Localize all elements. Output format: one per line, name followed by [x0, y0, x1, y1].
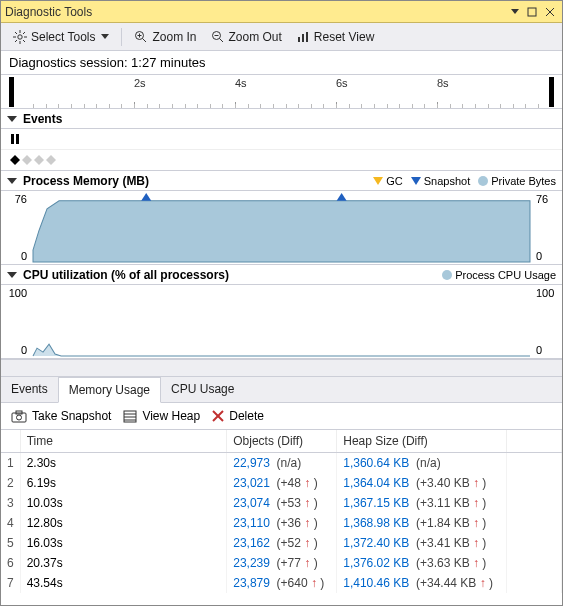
- reset-view-button[interactable]: Reset View: [290, 27, 380, 47]
- ruler-minor-tick: [273, 104, 274, 108]
- range-handle-right[interactable]: [549, 77, 554, 107]
- gc-marker-icon: [373, 176, 383, 186]
- ruler-minor-tick: [260, 104, 261, 108]
- table-header-row: Time Objects (Diff) Heap Size (Diff): [1, 430, 562, 453]
- tab-memory-usage[interactable]: Memory Usage: [58, 377, 161, 403]
- ruler-minor-tick: [235, 104, 236, 108]
- table-row[interactable]: 743.54s23,879 (+640 ↑ )1,410.46 KB (+34.…: [1, 573, 562, 593]
- select-tools-button[interactable]: Select Tools: [7, 27, 115, 47]
- zoom-out-button[interactable]: Zoom Out: [205, 27, 288, 47]
- table-row[interactable]: 412.80s23,110 (+36 ↑ )1,368.98 KB (+1.84…: [1, 513, 562, 533]
- delete-button[interactable]: Delete: [212, 409, 264, 423]
- take-snapshot-label: Take Snapshot: [32, 409, 111, 423]
- svg-marker-28: [373, 177, 383, 185]
- col-index[interactable]: [1, 430, 20, 453]
- table-row[interactable]: 516.03s23,162 (+52 ↑ )1,372.40 KB (+3.41…: [1, 533, 562, 553]
- range-handle-left[interactable]: [9, 77, 14, 107]
- memory-plot-area[interactable]: [31, 191, 532, 264]
- snapshot-table: Time Objects (Diff) Heap Size (Diff) 12.…: [1, 430, 562, 593]
- mem-ymax-r: 76: [536, 193, 548, 205]
- svg-rect-22: [11, 134, 14, 144]
- memory-title: Process Memory (MB): [23, 174, 373, 188]
- main-toolbar: Select Tools Zoom In Zoom Out Reset View: [1, 23, 562, 51]
- ruler-minor-tick: [121, 104, 122, 108]
- ruler-minor-tick: [437, 104, 438, 108]
- window-menu-button[interactable]: [506, 5, 522, 19]
- ruler-minor-tick: [222, 104, 223, 108]
- cell-spacer: [507, 453, 562, 474]
- timeline-ruler[interactable]: 2s4s6s8s: [1, 75, 562, 109]
- ruler-tick-label: 2s: [134, 77, 146, 89]
- ruler-minor-tick: [361, 104, 362, 108]
- mem-ymin-r: 0: [536, 250, 542, 262]
- collapse-icon[interactable]: [7, 272, 17, 278]
- svg-marker-31: [337, 193, 347, 201]
- view-heap-label: View Heap: [142, 409, 200, 423]
- ruler-minor-tick: [387, 104, 388, 108]
- delete-label: Delete: [229, 409, 264, 423]
- cell-objects: 23,021 (+48 ↑ ): [227, 473, 337, 493]
- take-snapshot-button[interactable]: Take Snapshot: [11, 409, 111, 423]
- ruler-minor-tick: [349, 104, 350, 108]
- col-heap[interactable]: Heap Size (Diff): [337, 430, 507, 453]
- cpu-section-header: CPU utilization (% of all processors) Pr…: [1, 265, 562, 285]
- svg-point-34: [17, 415, 22, 420]
- ruler-minor-tick: [311, 104, 312, 108]
- collapse-icon[interactable]: [7, 116, 17, 122]
- ruler-minor-tick: [450, 104, 451, 108]
- ruler-minor-tick: [488, 104, 489, 108]
- tab-cpu-usage[interactable]: CPU Usage: [161, 377, 244, 402]
- cell-index: 1: [1, 453, 20, 474]
- select-tools-label: Select Tools: [31, 30, 95, 44]
- ruler-minor-tick: [71, 104, 72, 108]
- mem-ymax: 76: [15, 193, 27, 205]
- collapse-icon[interactable]: [7, 178, 17, 184]
- camera-icon: [11, 410, 27, 423]
- cpu-ymin: 0: [21, 344, 27, 356]
- cpu-plot-area[interactable]: [31, 285, 532, 358]
- ruler-minor-tick: [159, 104, 160, 108]
- cpu-title: CPU utilization (% of all processors): [23, 268, 442, 282]
- reset-icon: [296, 30, 310, 44]
- memory-chart: 760 760: [1, 191, 562, 265]
- splitter[interactable]: [1, 359, 562, 377]
- title-bar: Diagnostic Tools: [1, 1, 562, 23]
- table-row[interactable]: 26.19s23,021 (+48 ↑ )1,364.04 KB (+3.40 …: [1, 473, 562, 493]
- events-title: Events: [23, 112, 556, 126]
- maximize-button[interactable]: [524, 5, 540, 19]
- col-time[interactable]: Time: [20, 430, 227, 453]
- cell-spacer: [507, 473, 562, 493]
- close-button[interactable]: [542, 5, 558, 19]
- col-objects[interactable]: Objects (Diff): [227, 430, 337, 453]
- svg-point-3: [18, 34, 22, 38]
- ruler-minor-tick: [513, 104, 514, 108]
- cell-objects: 23,110 (+36 ↑ ): [227, 513, 337, 533]
- ruler-minor-tick: [46, 104, 47, 108]
- svg-rect-21: [306, 32, 308, 42]
- ruler-minor-tick: [525, 104, 526, 108]
- svg-line-13: [143, 38, 147, 42]
- cell-index: 4: [1, 513, 20, 533]
- zoom-in-button[interactable]: Zoom In: [128, 27, 202, 47]
- cell-index: 6: [1, 553, 20, 573]
- ruler-tick-label: 8s: [437, 77, 449, 89]
- ruler-tick-area: 2s4s6s8s: [33, 75, 538, 108]
- table-row[interactable]: 12.30s22,973 (n/a)1,360.64 KB (n/a): [1, 453, 562, 474]
- table-row[interactable]: 310.03s23,074 (+53 ↑ )1,367.15 KB (+3.11…: [1, 493, 562, 513]
- ruler-minor-tick: [412, 104, 413, 108]
- events-section-header: Events: [1, 109, 562, 129]
- svg-marker-30: [141, 193, 151, 201]
- legend-snapshot: Snapshot: [424, 175, 470, 187]
- svg-rect-0: [528, 8, 536, 16]
- cell-heap: 1,360.64 KB (n/a): [337, 453, 507, 474]
- svg-rect-23: [16, 134, 19, 144]
- ruler-minor-tick: [210, 104, 211, 108]
- legend-gc: GC: [386, 175, 403, 187]
- cpu-chart: 1000 1000: [1, 285, 562, 359]
- view-heap-button[interactable]: View Heap: [123, 409, 200, 423]
- table-row[interactable]: 620.37s23,239 (+77 ↑ )1,376.02 KB (+3.63…: [1, 553, 562, 573]
- cell-time: 6.19s: [20, 473, 227, 493]
- tab-events[interactable]: Events: [1, 377, 58, 402]
- ruler-minor-tick: [248, 104, 249, 108]
- ruler-minor-tick: [298, 104, 299, 108]
